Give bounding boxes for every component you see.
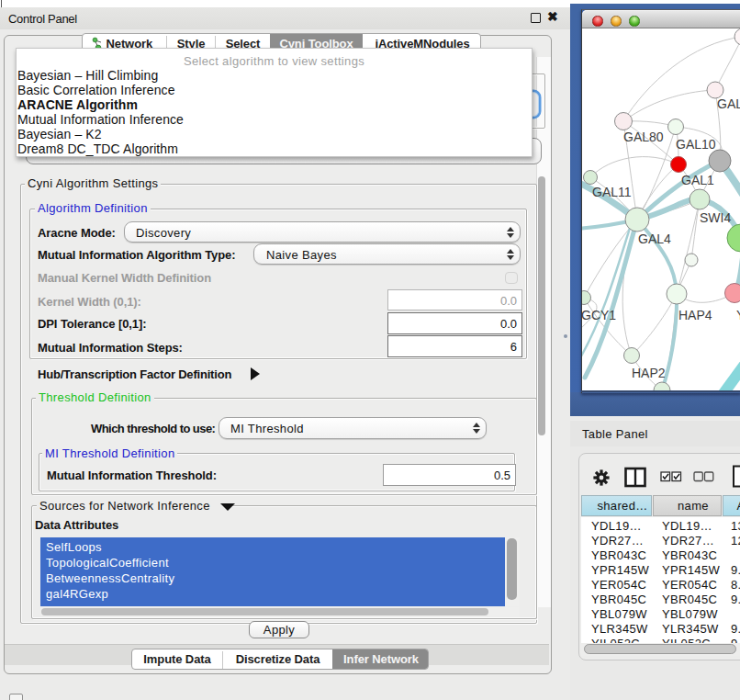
svg-text:GAL1: GAL1 [681,173,714,187]
svg-text:GAL10: GAL10 [676,137,716,152]
svg-text:HAP2: HAP2 [632,366,666,380]
svg-text:GAL7: GAL7 [717,96,740,111]
svg-text:SWI4: SWI4 [700,210,731,225]
svg-text:YJ: YJ [736,308,740,322]
svg-text:GCY1: GCY1 [582,308,616,322]
svg-text:GAL80: GAL80 [623,130,664,144]
svg-text:GAL11: GAL11 [592,185,632,199]
svg-text:GAL4: GAL4 [638,231,671,246]
svg-text:HAP4: HAP4 [678,308,712,322]
